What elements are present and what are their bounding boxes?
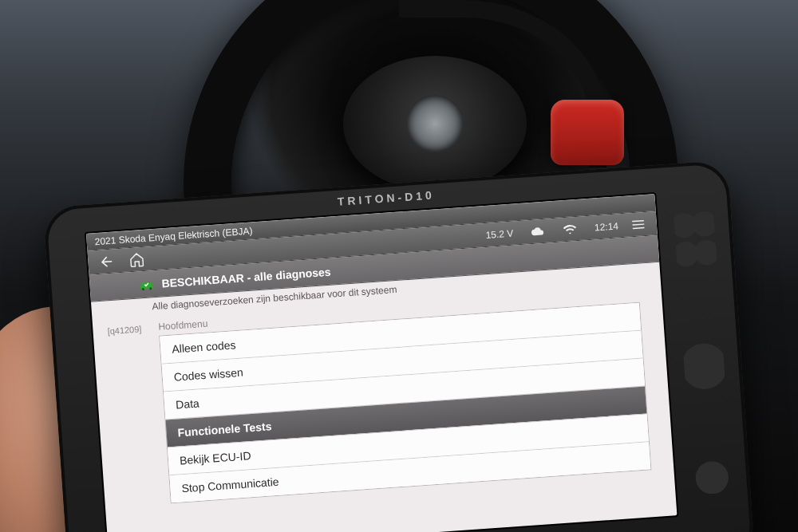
back-arrow-icon	[98, 253, 115, 270]
clock-value: 12:14	[594, 220, 618, 233]
voltage-readout: 15.2 V	[485, 227, 514, 240]
cloud-icon	[531, 225, 546, 237]
cloud-status	[531, 225, 546, 237]
back-button[interactable]	[96, 250, 118, 273]
wifi-status	[563, 223, 578, 234]
clock: 12:14	[594, 220, 618, 233]
car-ok-icon	[137, 278, 156, 291]
wifi-icon	[563, 223, 578, 234]
hamburger-icon	[630, 216, 646, 231]
home-button[interactable]	[126, 248, 148, 270]
voltage-value: 15.2 V	[485, 227, 514, 240]
home-icon	[128, 250, 145, 267]
main-menu: Alleen codesCodes wissenDataFunctionele …	[159, 302, 651, 504]
screen: 2021 Skoda Enyaq Elektrisch (EBJA) 15.2 …	[85, 192, 679, 532]
obd-connector	[551, 100, 624, 165]
reference-id: [q41209]	[107, 322, 163, 532]
banner-title: BESCHIKBAAR - alle diagnoses	[161, 265, 331, 290]
menu-button[interactable]	[627, 213, 650, 235]
diagnostic-tablet: TRITON-D10 Snap-on 2021 Skoda Enyaq Elek…	[43, 160, 756, 532]
